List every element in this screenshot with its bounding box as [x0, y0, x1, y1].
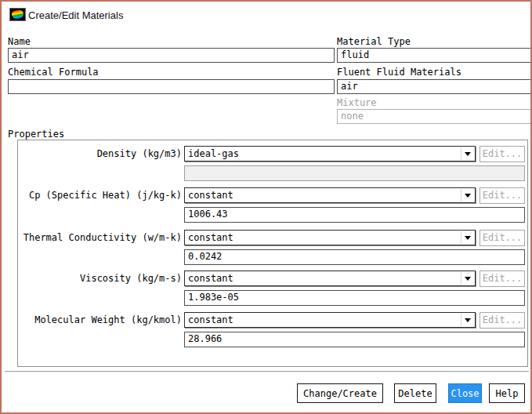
down-triangle-icon	[465, 152, 471, 156]
molecular-weight-edit-button[interactable]: Edit...	[480, 312, 525, 329]
material-type-label: Material Type	[337, 36, 411, 47]
dropdown-arrow-icon[interactable]	[461, 272, 474, 285]
cp-edit-button[interactable]: Edit...	[480, 187, 525, 204]
properties-label: Properties	[8, 129, 64, 140]
density-label: Density (kg/m3)	[20, 148, 182, 159]
molecular-weight-label: Molecular Weight (kg/kmol)	[20, 314, 182, 325]
thermal-conductivity-value-input[interactable]: 0.0242	[184, 249, 525, 265]
material-type-select[interactable]: fluid	[337, 48, 532, 63]
mixture-label: Mixture	[337, 97, 377, 108]
density-method-value: ideal-gas	[188, 148, 239, 159]
window-title: Create/Edit Materials	[28, 9, 123, 21]
chemical-formula-label: Chemical Formula	[8, 67, 99, 78]
dropdown-arrow-icon[interactable]	[461, 189, 474, 202]
name-label: Name	[8, 36, 31, 47]
cp-specific-heat-label: Cp (Specific Heat) (j/kg-k)	[20, 190, 182, 201]
density-value-input[interactable]	[184, 165, 525, 181]
fluent-logo-icon	[9, 8, 26, 21]
create-edit-materials-dialog: { "window": { "title": "Create/Edit Mate…	[0, 0, 532, 414]
thermal-conductivity-method-dropdown[interactable]: constant	[184, 230, 476, 245]
down-triangle-icon	[465, 318, 471, 322]
footer-separator	[5, 371, 529, 372]
fluent-fluid-materials-select[interactable]: air	[337, 79, 532, 94]
down-triangle-icon	[465, 277, 471, 281]
cp-method-value: constant	[188, 190, 233, 201]
down-triangle-icon	[465, 194, 471, 198]
density-method-dropdown[interactable]: ideal-gas	[184, 146, 476, 162]
close-button[interactable]: Close	[448, 383, 482, 403]
dropdown-arrow-icon[interactable]	[461, 314, 474, 326]
molecular-weight-value-input[interactable]: 28.966	[184, 332, 525, 347]
density-edit-button[interactable]: Edit...	[480, 146, 525, 162]
dropdown-arrow-icon[interactable]	[461, 147, 474, 160]
help-button[interactable]: Help	[489, 383, 525, 403]
thermal-conductivity-edit-button[interactable]: Edit...	[480, 230, 525, 246]
delete-button[interactable]: Delete	[394, 383, 436, 403]
change-create-button[interactable]: Change/Create	[297, 383, 383, 403]
viscosity-edit-button[interactable]: Edit...	[480, 271, 525, 287]
cp-method-dropdown[interactable]: constant	[184, 187, 476, 203]
molecular-weight-method-dropdown[interactable]: constant	[184, 312, 476, 328]
viscosity-label: Viscosity (kg/m-s)	[20, 273, 182, 284]
fluent-fluid-materials-label: Fluent Fluid Materials	[337, 67, 461, 78]
dropdown-arrow-icon[interactable]	[461, 231, 474, 244]
thermal-conductivity-method-value: constant	[188, 232, 233, 243]
molecular-weight-method-value: constant	[188, 314, 233, 325]
thermal-conductivity-label: Thermal Conductivity (w/m-k)	[20, 232, 182, 243]
fluent-logo-swoosh	[11, 9, 24, 20]
cp-value-input[interactable]: 1006.43	[184, 207, 525, 223]
viscosity-method-value: constant	[188, 273, 233, 284]
chemical-formula-input[interactable]	[8, 79, 335, 94]
name-input[interactable]: air	[8, 48, 335, 63]
viscosity-value-input[interactable]: 1.983e-05	[184, 290, 525, 306]
mixture-select[interactable]: none	[337, 109, 532, 124]
viscosity-method-dropdown[interactable]: constant	[184, 271, 476, 286]
down-triangle-icon	[465, 236, 471, 240]
